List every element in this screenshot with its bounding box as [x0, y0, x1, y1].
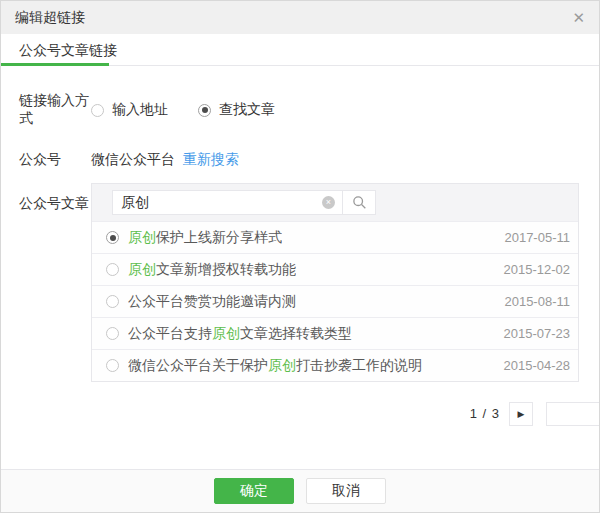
- link-method-row: 链接输入方式 输入地址 查找文章: [19, 92, 599, 128]
- articles-row: 公众号文章 × 原创保护上线新分享样式2017-0: [19, 183, 599, 382]
- dialog-title: 编辑超链接: [15, 9, 85, 27]
- article-title: 微信公众平台关于保护原创打击抄袭工作的说明: [128, 357, 422, 375]
- clear-icon[interactable]: ×: [322, 196, 335, 209]
- tab-article-link[interactable]: 公众号文章链接: [1, 34, 117, 60]
- radio-option-find-article[interactable]: 查找文章: [198, 101, 275, 119]
- account-row: 公众号 微信公众平台 重新搜索: [19, 151, 599, 169]
- confirm-button[interactable]: 确定: [214, 478, 294, 504]
- article-date: 2015-08-11: [494, 294, 570, 309]
- article-radio-selected[interactable]: [106, 231, 119, 244]
- link-method-options: 输入地址 查找文章: [83, 101, 297, 119]
- radio-option-enter-address[interactable]: 输入地址: [91, 101, 168, 119]
- link-method-label: 链接输入方式: [19, 92, 91, 128]
- article-row[interactable]: 公众平台支持原创文章选择转载类型2015-07-23: [92, 317, 578, 349]
- search-button[interactable]: [342, 191, 375, 214]
- article-row[interactable]: 公众平台赞赏功能邀请内测2015-08-11: [92, 285, 578, 317]
- article-list: 原创保护上线新分享样式2017-05-11原创文章新增授权转载功能2015-12…: [92, 221, 578, 381]
- article-radio[interactable]: [106, 327, 119, 340]
- article-title: 公众平台支持原创文章选择转载类型: [128, 325, 352, 343]
- radio-unselected-icon[interactable]: [91, 104, 104, 117]
- search-box: ×: [112, 190, 376, 215]
- tab-bar: 公众号文章链接: [1, 34, 599, 66]
- article-date: 2015-12-02: [494, 262, 571, 277]
- article-row[interactable]: 微信公众平台关于保护原创打击抄袭工作的说明2015-04-28: [92, 349, 578, 381]
- article-radio[interactable]: [106, 263, 119, 276]
- article-radio[interactable]: [106, 295, 119, 308]
- dialog-footer: 确定 取消: [1, 469, 599, 512]
- page-separator: /: [483, 406, 488, 421]
- current-page: 1: [470, 406, 478, 421]
- next-page-button[interactable]: ▶: [509, 402, 533, 426]
- search-input[interactable]: [113, 191, 322, 214]
- article-radio[interactable]: [106, 359, 119, 372]
- pagination: 1 / 3 ▶ 跳转: [91, 401, 600, 426]
- article-row[interactable]: 原创保护上线新分享样式2017-05-11: [92, 221, 578, 253]
- search-section: ×: [92, 184, 578, 221]
- edit-hyperlink-dialog: 编辑超链接 ✕ 公众号文章链接 链接输入方式 输入地址 查找文章 公众号 微信公…: [0, 0, 600, 513]
- jump-page-input[interactable]: [546, 402, 600, 426]
- active-tab-underline: [1, 63, 109, 66]
- next-page-icon: ▶: [518, 409, 525, 419]
- article-row[interactable]: 原创文章新增授权转载功能2015-12-02: [92, 253, 578, 285]
- search-icon: [352, 195, 367, 210]
- page-indicator: 1 / 3: [470, 406, 500, 421]
- account-label: 公众号: [19, 151, 91, 169]
- article-title: 原创文章新增授权转载功能: [128, 261, 296, 279]
- cancel-button[interactable]: 取消: [306, 478, 386, 504]
- article-panel: × 原创保护上线新分享样式2017-05-11原创文章新增授权转载功能2015-…: [91, 183, 579, 382]
- dialog-header: 编辑超链接 ✕: [1, 1, 599, 34]
- article-title: 公众平台赞赏功能邀请内测: [128, 293, 296, 311]
- articles-label: 公众号文章: [19, 183, 91, 213]
- close-icon[interactable]: ✕: [572, 10, 585, 25]
- article-date: 2015-07-23: [494, 326, 571, 341]
- radio-option-label: 查找文章: [219, 101, 275, 119]
- research-link[interactable]: 重新搜索: [183, 151, 239, 169]
- article-date: 2015-04-28: [494, 358, 571, 373]
- radio-selected-icon[interactable]: [198, 104, 211, 117]
- radio-option-label: 输入地址: [112, 101, 168, 119]
- article-date: 2017-05-11: [494, 230, 570, 245]
- article-title: 原创保护上线新分享样式: [128, 229, 282, 247]
- total-pages: 3: [492, 406, 500, 421]
- account-name: 微信公众平台: [91, 151, 175, 169]
